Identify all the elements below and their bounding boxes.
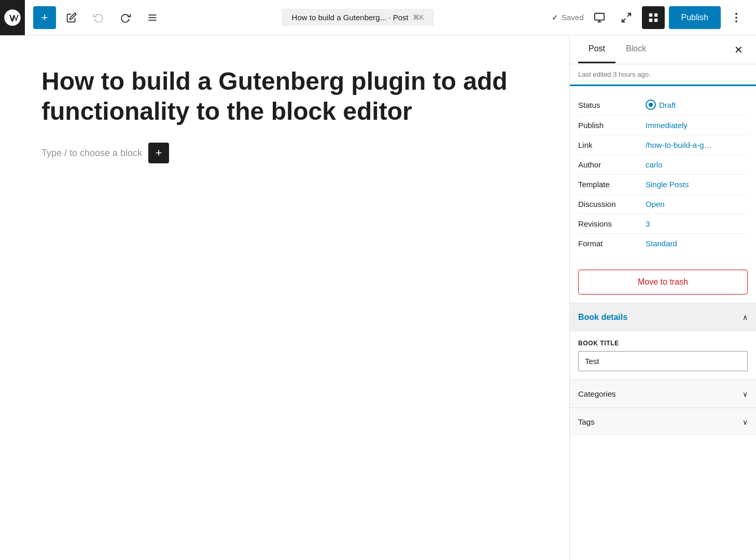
- book-details-title: Book details: [578, 313, 627, 322]
- toolbar-right: ✓ Saved Publis: [552, 6, 748, 29]
- sidebar-tabs: Post Block: [578, 36, 729, 63]
- saved-indicator: ✓ Saved: [552, 13, 584, 22]
- sidebar: Post Block ✕ Last edited 3 hours ago. St…: [569, 35, 756, 560]
- redo-button[interactable]: [114, 6, 137, 29]
- book-title-label: BOOK TITLE: [578, 340, 748, 347]
- meta-row-status: Status Draft: [578, 94, 748, 116]
- sidebar-content: Last edited 3 hours ago. Status Draft Pu…: [570, 64, 756, 560]
- wp-logo: [0, 0, 25, 35]
- sidebar-close-button[interactable]: ✕: [729, 40, 748, 59]
- add-block-inline-button[interactable]: +: [148, 143, 169, 163]
- status-value[interactable]: Draft: [646, 100, 676, 110]
- meta-row-format: Format Standard: [578, 234, 748, 253]
- link-label: Link: [578, 141, 646, 149]
- chevron-up-icon: ∧: [743, 313, 748, 321]
- editor-placeholder-row: Type / to choose a block +: [41, 143, 528, 163]
- draft-icon: [646, 100, 656, 110]
- publish-button[interactable]: Publish: [669, 6, 721, 29]
- svg-point-13: [735, 17, 737, 19]
- title-text: How to build a Gutenberg... · Post: [292, 13, 409, 22]
- link-value[interactable]: /how-to-build-a-g…: [646, 141, 712, 149]
- meta-row-link: Link /how-to-build-a-g…: [578, 135, 748, 155]
- meta-section: Status Draft Publish Immediately Link /h…: [570, 86, 756, 261]
- tags-section: Tags ∨: [570, 408, 756, 436]
- meta-row-template: Template Single Posts: [578, 175, 748, 194]
- book-details-section: Book details ∧ BOOK TITLE: [570, 303, 756, 380]
- categories-section: Categories ∨: [570, 380, 756, 408]
- revisions-value[interactable]: 3: [646, 219, 650, 228]
- categories-header[interactable]: Categories ∨: [570, 380, 756, 408]
- categories-title: Categories: [578, 389, 616, 398]
- svg-rect-8: [649, 13, 652, 16]
- saved-text: Saved: [562, 13, 584, 22]
- check-icon: ✓: [552, 13, 558, 22]
- list-view-button[interactable]: [141, 6, 164, 29]
- status-value-text: Draft: [659, 101, 676, 109]
- more-options-button[interactable]: [725, 6, 748, 29]
- revisions-label: Revisions: [578, 219, 646, 228]
- template-value[interactable]: Single Posts: [646, 180, 689, 189]
- tab-block[interactable]: Block: [615, 36, 656, 63]
- discussion-value[interactable]: Open: [646, 200, 665, 208]
- svg-line-7: [622, 18, 625, 21]
- svg-point-12: [735, 12, 737, 15]
- tags-header[interactable]: Tags ∨: [570, 408, 756, 436]
- tags-title: Tags: [578, 417, 595, 426]
- post-title[interactable]: How to build a Gutenberg plugin to add f…: [41, 66, 528, 126]
- svg-rect-3: [594, 13, 604, 20]
- author-label: Author: [578, 160, 646, 169]
- main-area: How to build a Gutenberg plugin to add f…: [0, 35, 756, 560]
- status-label: Status: [578, 101, 646, 109]
- categories-chevron-icon: ∨: [743, 390, 748, 398]
- format-value[interactable]: Standard: [646, 239, 677, 248]
- undo-button[interactable]: [87, 6, 110, 29]
- publish-label: Publish: [578, 121, 646, 130]
- svg-point-14: [735, 20, 737, 22]
- sidebar-header: Post Block ✕: [570, 35, 756, 64]
- book-details-header[interactable]: Book details ∧: [570, 303, 756, 331]
- shortcut-text: ⌘K: [413, 13, 424, 21]
- placeholder-text: Type / to choose a block: [41, 148, 142, 159]
- svg-rect-10: [654, 18, 657, 21]
- last-edited-text: Last edited 3 hours ago.: [578, 71, 651, 78]
- editor-area[interactable]: How to build a Gutenberg plugin to add f…: [0, 35, 569, 560]
- settings-toggle-button[interactable]: [642, 6, 665, 29]
- add-block-button[interactable]: +: [33, 6, 56, 29]
- book-title-input[interactable]: [578, 351, 748, 371]
- meta-row-discussion: Discussion Open: [578, 194, 748, 214]
- title-pill[interactable]: How to build a Gutenberg... · Post ⌘K: [282, 9, 435, 26]
- fullscreen-button[interactable]: [615, 6, 638, 29]
- preview-desktop-button[interactable]: [588, 6, 611, 29]
- publish-value[interactable]: Immediately: [646, 121, 688, 130]
- edit-button[interactable]: [60, 6, 83, 29]
- last-edited-bar: Last edited 3 hours ago.: [570, 64, 756, 86]
- svg-rect-11: [649, 18, 652, 21]
- tags-chevron-icon: ∨: [743, 418, 748, 426]
- book-details-body: BOOK TITLE: [570, 331, 756, 380]
- meta-row-publish: Publish Immediately: [578, 116, 748, 135]
- svg-line-6: [627, 13, 630, 16]
- discussion-label: Discussion: [578, 200, 646, 208]
- template-label: Template: [578, 180, 646, 189]
- toolbar: + How to build a Gutenberg... · Post ⌘K: [0, 0, 756, 35]
- svg-rect-9: [654, 13, 657, 16]
- tab-post[interactable]: Post: [578, 36, 615, 63]
- author-value[interactable]: carlo: [646, 160, 663, 169]
- move-to-trash-button[interactable]: Move to trash: [578, 270, 748, 295]
- format-label: Format: [578, 239, 646, 248]
- title-bar: How to build a Gutenberg... · Post ⌘K: [168, 9, 548, 26]
- meta-row-revisions: Revisions 3: [578, 214, 748, 234]
- meta-row-author: Author carlo: [578, 155, 748, 175]
